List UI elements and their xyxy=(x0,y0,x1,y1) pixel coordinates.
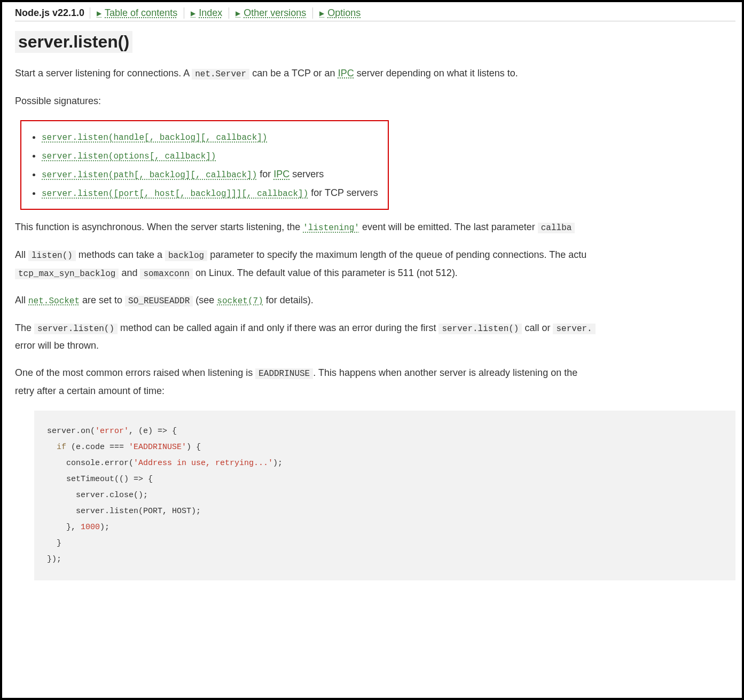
ipc-link[interactable]: IPC xyxy=(338,68,354,78)
call-again-paragraph-2: error will be thrown. xyxy=(15,338,735,353)
other-versions-link[interactable]: ▶ Other versions xyxy=(236,7,313,19)
signature-link[interactable]: server.listen(handle[, backlog][, callba… xyxy=(42,133,267,143)
code-server-listen: server.listen() xyxy=(34,324,118,334)
error-paragraph-2: retry after a certain amount of time: xyxy=(15,383,735,399)
possible-signatures-label: Possible signatures: xyxy=(15,93,735,109)
code-eaddrinuse: EADDRINUSE xyxy=(255,368,313,379)
list-item: server.listen(handle[, backlog][, callba… xyxy=(42,130,378,144)
page-title: server.listen() xyxy=(15,31,132,53)
signature-link[interactable]: server.listen(path[, backlog][, callback… xyxy=(42,170,257,180)
listening-event-link[interactable]: 'listening' xyxy=(303,223,359,233)
call-again-paragraph-1: The server.listen() method can be called… xyxy=(15,320,735,336)
list-item: server.listen(options[, callback]) xyxy=(42,148,378,163)
list-item: server.listen(path[, backlog][, callback… xyxy=(42,167,378,182)
backlog-paragraph-2: tcp_max_syn_backlog and somaxconn on Lin… xyxy=(15,265,735,281)
code-net-server: net.Server xyxy=(192,69,249,80)
options-link[interactable]: ▶ Options xyxy=(319,7,367,19)
options-link-label: Options xyxy=(327,7,361,19)
code-server-listen: server.listen() xyxy=(438,324,522,334)
triangle-right-icon: ▶ xyxy=(97,10,101,17)
net-socket-link[interactable]: net.Socket xyxy=(28,296,80,306)
triangle-right-icon: ▶ xyxy=(191,10,195,17)
intro-paragraph: Start a server listening for connections… xyxy=(15,66,735,82)
code-somaxconn: somaxconn xyxy=(140,269,192,279)
signature-link[interactable]: server.listen([port[, host[, backlog]]][… xyxy=(42,189,308,199)
socket7-link[interactable]: socket(7) xyxy=(217,296,263,306)
code-example: server.on('error', (e) => { if (e.code =… xyxy=(34,411,735,580)
code-listen: listen() xyxy=(28,250,76,261)
index-link[interactable]: ▶ Index xyxy=(191,7,229,19)
error-paragraph-1: One of the most common errors raised whe… xyxy=(15,365,735,381)
signatures-highlight-box: server.listen(handle[, backlog][, callba… xyxy=(20,120,389,210)
socket-paragraph: All net.Socket are set to SO_REUSEADDR (… xyxy=(15,293,735,309)
toc-link-label: Table of contents xyxy=(105,7,177,19)
triangle-right-icon: ▶ xyxy=(236,10,240,17)
async-paragraph: This function is asynchronous. When the … xyxy=(15,219,735,235)
ipc-link[interactable]: IPC xyxy=(273,169,289,179)
index-link-label: Index xyxy=(199,7,222,19)
list-item: server.listen([port[, host[, backlog]]][… xyxy=(42,186,378,200)
topbar: Node.js v22.1.0 ▶ Table of contents ▶ In… xyxy=(15,7,735,21)
signature-link[interactable]: server.listen(options[, callback]) xyxy=(42,152,216,161)
signatures-list: server.listen(handle[, backlog][, callba… xyxy=(31,130,378,200)
code-backlog: backlog xyxy=(165,250,207,261)
code-so-reuseaddr: SO_REUSEADDR xyxy=(125,296,193,306)
code-tcp-max-syn-backlog: tcp_max_syn_backlog xyxy=(15,269,119,279)
backlog-paragraph-1: All listen() methods can take a backlog … xyxy=(15,247,735,263)
version-label: Node.js v22.1.0 xyxy=(15,7,90,19)
code-callback: callba xyxy=(538,223,575,233)
other-versions-label: Other versions xyxy=(244,7,306,19)
toc-link[interactable]: ▶ Table of contents xyxy=(97,7,184,19)
code-server-trunc: server. xyxy=(553,324,595,334)
triangle-right-icon: ▶ xyxy=(319,10,324,17)
